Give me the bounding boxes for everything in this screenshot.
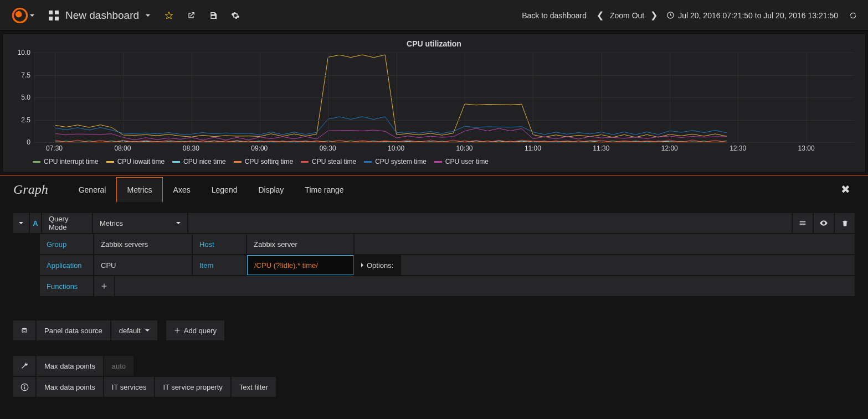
query-row-spacer — [188, 213, 792, 233]
row-spacer — [355, 234, 855, 254]
plus-icon — [174, 327, 181, 334]
item-label: Item — [193, 255, 246, 275]
tab-axes[interactable]: Axes — [163, 177, 201, 202]
grafana-logo-icon — [12, 8, 28, 23]
query-mode-label: Query Mode — [42, 213, 92, 233]
metrics-query-editor: A Query Mode Metrics Group — [0, 203, 868, 307]
share-dashboard-button[interactable] — [180, 0, 202, 31]
query-letter: A — [30, 213, 41, 233]
back-to-dashboard-link[interactable]: Back to dashboard — [515, 11, 593, 20]
query-toggle-visibility-button[interactable] — [814, 213, 834, 233]
group-select[interactable]: Zabbix servers — [94, 234, 192, 254]
row-spacer — [115, 276, 855, 296]
chevron-down-icon — [176, 222, 181, 224]
footer-cell[interactable]: IT service property — [155, 377, 230, 397]
legend-item[interactable]: CPU softirq time — [234, 158, 293, 165]
dashboard-title: New dashboard — [65, 9, 139, 22]
tab-display[interactable]: Display — [248, 177, 294, 202]
row-spacer — [401, 255, 855, 275]
trash-icon — [841, 220, 849, 227]
tab-metrics[interactable]: Metrics — [116, 177, 162, 202]
chart-plot-area[interactable]: 02.55.07.510.0 07:3008:0008:3009:0009:30… — [14, 50, 854, 156]
star-icon — [165, 11, 173, 20]
graph-panel: CPU utilization 02.55.07.510.0 07:3008:0… — [3, 34, 865, 172]
datasource-select[interactable]: default — [111, 320, 157, 340]
x-axis: 07:3008:0008:3009:0009:3010:0010:3011:00… — [34, 144, 854, 156]
legend-item[interactable]: CPU system time — [364, 158, 427, 165]
settings-button[interactable] — [224, 0, 246, 31]
info-icon — [20, 383, 29, 391]
chevron-down-icon — [145, 329, 150, 332]
chevron-down-icon — [146, 14, 150, 17]
save-icon — [209, 11, 218, 20]
y-axis: 02.55.07.510.0 — [12, 53, 30, 142]
time-range-text: Jul 20, 2016 07:21:50 to Jul 20, 2016 13… — [678, 11, 838, 20]
legend-label: CPU iowait time — [117, 158, 165, 165]
time-range-back-button[interactable]: ❮ — [593, 10, 608, 20]
legend-swatch — [106, 161, 114, 163]
legend-swatch — [364, 161, 372, 163]
query-delete-button[interactable] — [835, 213, 855, 233]
time-range-picker[interactable]: Jul 20, 2016 07:21:50 to Jul 20, 2016 13… — [661, 11, 844, 20]
tab-general[interactable]: General — [68, 177, 117, 202]
group-label: Group — [40, 234, 93, 254]
application-label: Application — [40, 255, 93, 275]
host-label: Host — [193, 234, 246, 254]
functions-label: Functions — [40, 276, 93, 296]
legend-item[interactable]: CPU steal time — [301, 158, 356, 165]
footer-cell[interactable]: Text filter — [232, 377, 276, 397]
dashboard-grid-icon — [49, 11, 59, 20]
editor-title: Graph — [13, 182, 48, 197]
legend-item[interactable]: CPU interrupt time — [33, 158, 99, 165]
application-select[interactable]: CPU — [94, 255, 192, 275]
legend-swatch — [434, 161, 442, 163]
legend-label: CPU user time — [445, 158, 489, 165]
item-input[interactable]: /CPU (?!idle).* time/ — [247, 255, 353, 275]
gear-icon — [231, 11, 240, 20]
legend-label: CPU steal time — [312, 158, 356, 165]
legend-label: CPU nice time — [183, 158, 226, 165]
tab-time-range[interactable]: Time range — [294, 177, 354, 202]
options-toggle[interactable]: Options: — [355, 255, 400, 275]
add-query-button[interactable]: Add query — [166, 320, 224, 340]
query-menu-button[interactable] — [793, 213, 813, 233]
legend-label: CPU softirq time — [245, 158, 293, 165]
add-function-button[interactable] — [94, 276, 114, 296]
time-range-forward-button[interactable]: ❯ — [646, 10, 661, 20]
database-icon — [21, 327, 28, 334]
legend-item[interactable]: CPU user time — [434, 158, 489, 165]
panel-title: CPU utilization — [4, 35, 864, 50]
panel-data-source-label: Panel data source — [37, 320, 110, 340]
share-icon — [187, 11, 196, 20]
chart-legend: CPU interrupt timeCPU iowait timeCPU nic… — [4, 156, 864, 171]
eye-icon — [819, 219, 828, 227]
save-dashboard-button[interactable] — [202, 0, 224, 31]
datasource-icon-button[interactable] — [13, 320, 35, 340]
chevron-down-icon — [30, 14, 34, 17]
dashboard-title-picker[interactable]: New dashboard — [41, 0, 158, 30]
svg-point-2 — [22, 328, 27, 330]
tab-legend[interactable]: Legend — [201, 177, 248, 202]
star-dashboard-button[interactable] — [158, 0, 180, 31]
legend-label: CPU system time — [375, 158, 427, 165]
max-data-points-value[interactable]: auto — [104, 356, 133, 376]
top-nav: New dashboard Back to dashboard ❮ Zoom O… — [0, 0, 868, 31]
legend-item[interactable]: CPU nice time — [172, 158, 226, 165]
query-collapse-toggle[interactable] — [13, 213, 29, 233]
info-button[interactable] — [13, 377, 35, 397]
grafana-logo-menu[interactable] — [6, 0, 41, 30]
max-data-points-settings-button[interactable] — [13, 356, 35, 376]
close-editor-button[interactable]: ✖ — [836, 183, 855, 196]
chevron-right-icon — [361, 263, 363, 267]
footer-cell[interactable]: IT services — [104, 377, 155, 397]
legend-swatch — [234, 161, 242, 163]
zoom-out-button[interactable]: Zoom Out — [608, 11, 646, 20]
hamburger-icon — [799, 219, 807, 227]
refresh-button[interactable] — [844, 11, 862, 20]
legend-item[interactable]: CPU iowait time — [106, 158, 165, 165]
host-select[interactable]: Zabbix server — [247, 234, 353, 254]
legend-label: CPU interrupt time — [44, 158, 99, 165]
legend-swatch — [33, 161, 40, 163]
refresh-icon — [849, 11, 857, 20]
query-mode-select[interactable]: Metrics — [93, 213, 187, 233]
